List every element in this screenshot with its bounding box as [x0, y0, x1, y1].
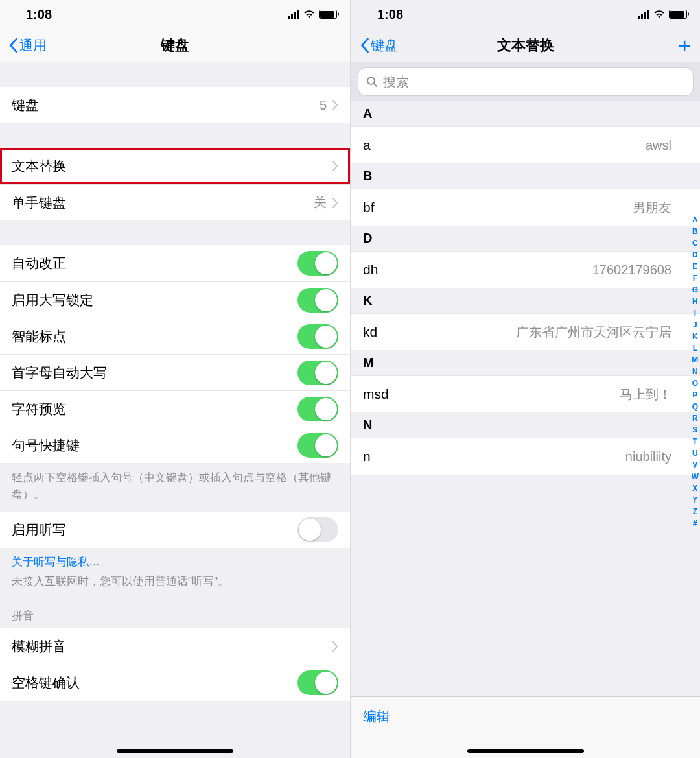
replacement-item[interactable]: aawsl [351, 127, 700, 163]
row-label: 空格键确认 [12, 674, 298, 692]
row-character-preview[interactable]: 字符预览 [0, 390, 350, 427]
index-letter[interactable]: H [692, 296, 698, 307]
toggle-enable-dictation[interactable] [298, 517, 338, 542]
index-letter[interactable]: # [693, 517, 697, 529]
index-letter[interactable]: X [692, 482, 697, 494]
row-smart-punctuation[interactable]: 智能标点 [0, 318, 350, 354]
row-period-shortcut[interactable]: 句号快捷键 [0, 427, 350, 463]
replacement-key: a [363, 137, 371, 153]
row-auto-capitalization[interactable]: 首字母自动大写 [0, 354, 350, 390]
index-letter[interactable]: S [692, 424, 697, 436]
row-label: 首字母自动大写 [12, 364, 298, 382]
section-header: M [351, 350, 700, 376]
index-letter[interactable]: Z [693, 506, 697, 517]
edit-button[interactable]: 编辑 [363, 709, 390, 724]
toggle-smart-punctuation[interactable] [298, 324, 338, 349]
home-indicator[interactable] [117, 749, 233, 753]
index-letter[interactable]: U [692, 447, 698, 459]
back-label: 通用 [19, 36, 47, 54]
row-auto-correction[interactable]: 自动改正 [0, 245, 350, 281]
back-button[interactable]: 键盘 [360, 36, 398, 54]
section-header-pinyin: 拼音 [0, 599, 350, 628]
index-letter[interactable]: R [692, 412, 698, 424]
wifi-icon [653, 10, 665, 19]
row-keyboards[interactable]: 键盘 5 [0, 87, 350, 123]
status-time: 1:08 [377, 7, 403, 22]
replacement-key: kd [363, 324, 377, 340]
toggle-space-confirm[interactable] [298, 670, 338, 695]
replacement-item[interactable]: msd马上到！ [351, 376, 700, 412]
index-letter[interactable]: Y [692, 494, 697, 506]
page-title: 文本替换 [351, 36, 700, 55]
index-letter[interactable]: C [692, 237, 698, 249]
replacement-item[interactable]: dh17602179608 [351, 252, 700, 288]
replacement-value: niubiliity [625, 449, 688, 464]
nav-bar: 键盘 文本替换 + [351, 29, 700, 62]
search-input[interactable]: 搜索 [358, 67, 694, 96]
row-enable-dictation[interactable]: 启用听写 [0, 512, 350, 548]
index-letter[interactable]: J [693, 319, 697, 331]
search-placeholder: 搜索 [383, 73, 409, 91]
status-time: 1:08 [26, 7, 52, 22]
index-letter[interactable]: W [692, 471, 699, 482]
row-label: 句号快捷键 [12, 436, 298, 455]
replacement-value: 男朋友 [633, 199, 688, 217]
replacement-item[interactable]: kd广东省广州市天河区云宁居 [351, 314, 700, 350]
search-bar-container: 搜索 [351, 62, 700, 101]
replacement-value: 马上到！ [620, 386, 688, 403]
back-button[interactable]: 通用 [9, 36, 47, 54]
row-label: 智能标点 [12, 327, 298, 346]
index-letter[interactable]: V [692, 459, 697, 471]
index-letter[interactable]: T [693, 436, 697, 447]
toggle-period-shortcut[interactable] [298, 433, 338, 458]
index-letter[interactable]: K [692, 331, 698, 342]
index-letter[interactable]: O [692, 377, 698, 389]
status-bar: 1:08 [351, 0, 700, 29]
dictation-privacy-link[interactable]: 关于听写与隐私… [0, 548, 350, 573]
replacement-item[interactable]: bf男朋友 [351, 189, 700, 226]
row-label: 单手键盘 [12, 194, 314, 212]
toggle-caps-lock[interactable] [298, 288, 338, 313]
toggle-character-preview[interactable] [298, 397, 338, 421]
replacement-key: n [363, 449, 371, 464]
nav-bar: 通用 键盘 [0, 29, 350, 62]
row-fuzzy-pinyin[interactable]: 模糊拼音 [0, 628, 350, 665]
search-icon [366, 76, 378, 88]
home-indicator[interactable] [467, 749, 584, 753]
chevron-left-icon [360, 38, 369, 53]
index-letter[interactable]: I [694, 307, 696, 319]
row-label: 文本替换 [12, 157, 332, 175]
row-one-handed-keyboard[interactable]: 单手键盘 关 [0, 184, 350, 220]
row-space-confirm[interactable]: 空格键确认 [0, 665, 350, 701]
index-letter[interactable]: N [692, 366, 698, 377]
section-header: D [351, 226, 700, 252]
index-letter[interactable]: L [693, 342, 697, 354]
index-letter[interactable]: F [693, 272, 697, 284]
index-letter[interactable]: P [692, 389, 697, 401]
replacement-value: 广东省广州市天河区云宁居 [516, 324, 688, 341]
alphabet-index[interactable]: ABCDEFGHIJKLMNOPQRSTUVWXYZ# [692, 214, 699, 529]
index-letter[interactable]: A [692, 214, 698, 226]
keyboard-settings-screen: 1:08 通用 键盘 键盘 5 文本替换 单手键盘 [0, 0, 350, 758]
index-letter[interactable]: M [692, 354, 698, 366]
status-bar: 1:08 [0, 0, 350, 29]
index-letter[interactable]: Q [692, 401, 698, 412]
index-letter[interactable]: E [692, 261, 697, 272]
row-label: 启用大写锁定 [12, 291, 298, 309]
battery-icon [319, 10, 337, 19]
index-letter[interactable]: D [692, 249, 698, 261]
replacement-item[interactable]: nniubiliity [351, 438, 700, 475]
replacement-value: awsl [646, 138, 688, 153]
replacement-value: 17602179608 [592, 263, 688, 278]
toggle-auto-correction[interactable] [298, 251, 338, 276]
section-header: A [351, 101, 700, 127]
index-letter[interactable]: B [692, 226, 698, 237]
index-letter[interactable]: G [692, 284, 698, 296]
chevron-right-icon [332, 641, 338, 652]
add-button[interactable]: + [678, 34, 691, 56]
section-header: N [351, 412, 700, 438]
row-caps-lock[interactable]: 启用大写锁定 [0, 281, 350, 318]
signal-icon [288, 10, 299, 19]
row-text-replacement[interactable]: 文本替换 [0, 148, 350, 184]
toggle-auto-capitalization[interactable] [298, 361, 338, 385]
